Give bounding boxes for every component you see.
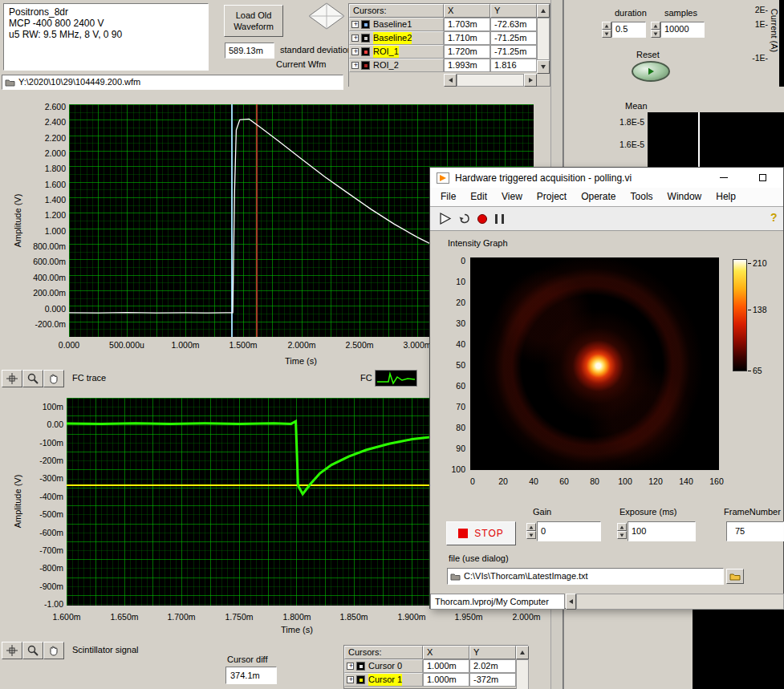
cursor-name: Cursor 1 [368, 674, 402, 686]
stop-button[interactable]: STOP [446, 521, 516, 545]
g2-xtick: 1.850m [330, 612, 378, 622]
cursor-row-0[interactable]: Cursor 0 [344, 659, 423, 673]
run-button[interactable] [438, 212, 453, 225]
intensity-graph-plot[interactable] [470, 257, 719, 470]
ig-ytick: 80 [443, 423, 465, 432]
waveform-info-box[interactable]: Positrons_8dr MCP -400 800 2400 V u5 RW:… [3, 3, 209, 71]
cursor-row-baseline2[interactable]: Baseline2 [349, 31, 444, 45]
mean-trace [698, 112, 700, 167]
g2-ytick: -100m [22, 438, 63, 448]
gain-value: 0 [541, 526, 546, 536]
colorbar-tick: 65 [753, 366, 762, 375]
std-deviation-field[interactable]: 589.13m [225, 43, 274, 59]
cursor-table-scroll-left[interactable] [444, 74, 457, 87]
pause-icon [495, 214, 498, 224]
expand-icon[interactable] [347, 663, 354, 670]
cursor-diff-field[interactable]: 374.1m [225, 667, 277, 684]
reset-button[interactable] [632, 61, 670, 82]
graph1-ylabel: Amplitude (V) [13, 194, 22, 248]
hand-icon [47, 644, 60, 657]
cursor-table-scroll-down[interactable] [537, 60, 550, 74]
menu-project[interactable]: Project [530, 188, 574, 206]
zoom-tool-button[interactable] [22, 370, 43, 387]
folder-icon [729, 572, 741, 581]
titlebar[interactable]: Hardware triggered acquisition - polling… [430, 168, 783, 188]
cursor-y-value: -71.25m [490, 31, 537, 45]
menu-view[interactable]: View [494, 188, 530, 206]
pause-button[interactable] [495, 214, 504, 224]
decrement-button[interactable] [651, 30, 660, 38]
decrement-button[interactable] [526, 531, 536, 539]
context-help-icon[interactable]: ? [770, 211, 778, 224]
minimize-button[interactable] [711, 168, 737, 188]
g1-xtick: 0.000 [41, 340, 97, 350]
cursor-row-roi1[interactable]: ROI_1 [349, 45, 444, 59]
cursor-tool-button[interactable] [2, 370, 22, 387]
cursor-table-scroll-right[interactable] [524, 74, 537, 87]
increment-button[interactable] [602, 22, 611, 30]
fc-legend-box[interactable] [375, 370, 417, 387]
info-line-1: Positrons_8dr [9, 6, 203, 18]
cursor-color-dot [360, 665, 363, 668]
g1-ytick: 1.400 [24, 195, 66, 205]
exposure-field[interactable]: 100 [628, 521, 696, 541]
expand-icon[interactable] [351, 34, 359, 42]
maximize-button[interactable] [749, 168, 775, 188]
cursor-tool-button[interactable] [2, 642, 22, 659]
cursor-table-vscrollbar[interactable] [516, 659, 529, 689]
increment-button[interactable] [651, 22, 660, 30]
gain-field[interactable]: 0 [537, 521, 601, 541]
browse-button[interactable] [726, 569, 744, 584]
diamond-icon[interactable] [307, 2, 346, 30]
wfm-path-control[interactable]: Y:\2020\10\29\104449.200.wfm [2, 75, 343, 90]
menu-window[interactable]: Window [660, 188, 709, 206]
gain-spinner[interactable] [526, 523, 536, 539]
increment-button[interactable] [526, 523, 536, 531]
cursor-table-scroll-up[interactable] [537, 4, 550, 18]
increment-button[interactable] [617, 523, 627, 531]
duration-field[interactable]: 0.5 [611, 22, 646, 38]
file-path-control[interactable]: C:\VIs\Thorcam\LatestImage.txt [447, 568, 724, 585]
current-axis-tick: 1E- [742, 19, 768, 29]
decrement-button[interactable] [617, 531, 627, 539]
labview-vi-icon [437, 172, 449, 184]
expand-icon[interactable] [351, 48, 359, 55]
wfm-path-text: Y:\2020\10\29\104449.200.wfm [18, 75, 140, 89]
hscroll-left-button[interactable] [566, 594, 576, 610]
cursor-table-vscrollbar[interactable] [537, 18, 550, 60]
menu-edit[interactable]: Edit [463, 188, 494, 206]
expand-icon[interactable] [351, 21, 359, 28]
cursor-color-icon [361, 34, 370, 43]
cursor-table-hscrollbar[interactable] [457, 74, 524, 87]
project-status-tab[interactable]: Thorcam.lvproj/My Computer [430, 594, 565, 610]
exposure-spinner[interactable] [617, 523, 627, 539]
cursor-row-1[interactable]: Cursor 1 [344, 673, 423, 687]
expand-icon[interactable] [347, 676, 354, 683]
cursor-row-baseline1[interactable]: Baseline1 [349, 18, 444, 31]
color-scale[interactable] [733, 259, 747, 371]
cursor-name: Cursor 0 [368, 660, 402, 672]
menu-help[interactable]: Help [709, 188, 743, 206]
run-continuous-button[interactable] [457, 212, 472, 225]
ig-ytick: 90 [443, 444, 465, 453]
hscroll-track[interactable] [576, 594, 784, 610]
samples-field[interactable]: 10000 [660, 22, 705, 38]
samples-spinner[interactable] [651, 22, 660, 38]
zoom-tool-button[interactable] [22, 642, 43, 659]
expand-icon[interactable] [351, 62, 359, 69]
mean-graph-plot[interactable] [648, 112, 784, 167]
cursor-row-roi2[interactable]: ROI_2 [349, 59, 444, 72]
cursor-table-scroll-up[interactable] [516, 646, 529, 659]
menu-tools[interactable]: Tools [624, 188, 660, 206]
load-old-waveform-button[interactable]: Load Old Waveform [224, 5, 283, 37]
menu-operate[interactable]: Operate [574, 188, 623, 206]
pan-tool-button[interactable] [43, 642, 64, 659]
abort-button[interactable] [477, 214, 487, 224]
up-arrow-icon [530, 525, 534, 529]
duration-spinner[interactable] [602, 22, 611, 38]
menu-file[interactable]: File [433, 188, 463, 206]
pan-tool-button[interactable] [43, 370, 64, 387]
down-arrow-icon [620, 533, 624, 537]
decrement-button[interactable] [602, 30, 611, 38]
g1-ytick: 1.600 [24, 180, 66, 189]
